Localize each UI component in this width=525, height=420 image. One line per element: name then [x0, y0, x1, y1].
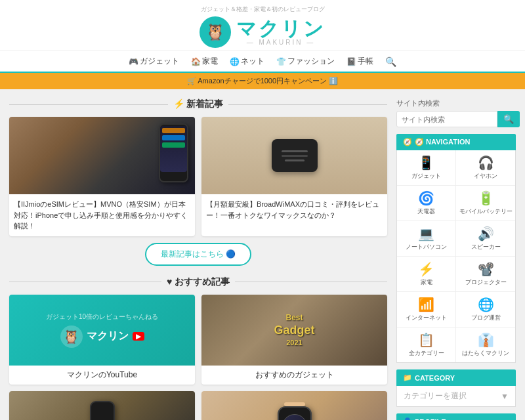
nav-search-icon[interactable]: 🔍	[385, 56, 396, 67]
new-articles-label: ⚡ 新着記事	[173, 98, 224, 110]
nav-grid-gadget[interactable]: 📱 ガジェット	[397, 150, 456, 186]
nav-grid-work[interactable]: 👔 はたらくマクリン	[456, 327, 515, 362]
nav-grid-earphone[interactable]: 🎧 イヤホン	[456, 150, 515, 186]
nav-grid-appliance[interactable]: 🌀 天電器	[397, 186, 456, 221]
nav-grid-speaker[interactable]: 🔊 スピーカー	[456, 221, 515, 257]
nav-fashion[interactable]: 👕ファッション	[276, 56, 335, 67]
nav-grid-internet[interactable]: 📶 インターネット	[397, 292, 456, 327]
article-title-1: 【IIJmioのeSIMレビュー】MVNO（格安SIM）が日本対応！iPhone…	[14, 199, 190, 232]
youtube-thumb: ガジェット10倍のレビューちゃんねる 🦉 マクリン ▶	[9, 295, 195, 366]
promo-banner[interactable]: 🛒 Amazonチャージで1000円キャンペーン ℹ️	[0, 73, 525, 89]
main-nav: 🎮ガジェット 🏠家電 🌐ネット 👕ファッション 📓手帳 🔍	[0, 51, 525, 73]
nav-notebook[interactable]: 📓手帳	[346, 56, 373, 67]
latest-btn-wrap: 最新記事はこちら 🔵	[9, 243, 387, 266]
site-header: ガジェット＆格差・家電＆初のレビューブログ 🦉 マクリン — MAKURIN —	[0, 0, 525, 51]
recommend-card-youtube[interactable]: ガジェット10倍のレビューちゃんねる 🦉 マクリン ▶ マクリンのYouTube	[9, 295, 195, 385]
nav-grid-allcat[interactable]: 📋 全カテゴリー	[397, 327, 456, 362]
logo-owl-icon: 🦉	[200, 16, 231, 48]
youtube-label: マクリンのYouTube	[9, 366, 195, 385]
sidebar-search-input[interactable]	[396, 111, 497, 127]
nav-appliance[interactable]: 🏠家電	[191, 56, 218, 67]
article-body-1: 【IIJmioのeSIMレビュー】MVNO（格安SIM）が日本対応！iPhone…	[9, 194, 195, 236]
recommend-card-gadget[interactable]: Best Gadget 2021 おすすめのガジェット	[201, 295, 387, 385]
category-dropdown[interactable]: カテゴリーを選択 ▼	[396, 386, 516, 407]
watch-thumb	[201, 391, 387, 421]
sidebar-search-label: サイト内検索	[396, 98, 516, 108]
recommend-grid: ガジェット10倍のレビューちゃんねる 🦉 マクリン ▶ マクリンのYouTube	[9, 295, 387, 421]
nav-net[interactable]: 🌐ネット	[230, 56, 264, 67]
dropdown-arrow-icon: ▼	[501, 392, 509, 401]
article-thumb-2	[201, 117, 387, 194]
nav-grid-projector[interactable]: 📽️ プロジェクター	[456, 257, 515, 292]
recommend-card-iphone[interactable]	[9, 391, 195, 421]
recommend-title: ♥ おすすめ記事	[9, 276, 387, 288]
recommend-card-watch[interactable]	[201, 391, 387, 421]
sidebar-navigation: 🧭🧭 NAVIGATION 📱 ガジェット 🎧 イヤホン 🌀 天電器 🔋	[396, 134, 516, 363]
logo-text-group: マクリン — MAKURIN —	[236, 19, 326, 46]
latest-articles-button[interactable]: 最新記事はこちら 🔵	[145, 243, 251, 266]
main-container: ⚡ 新着記事 【IIJmioのeSIMレビュー】MVNO	[0, 89, 525, 420]
sidebar: サイト内検索 🔍 🧭🧭 NAVIGATION 📱 ガジェット 🎧 イヤホン	[396, 98, 516, 420]
sidebar-search-form: 🔍	[396, 111, 516, 127]
nav-items-grid: 📱 ガジェット 🎧 イヤホン 🌀 天電器 🔋 モバイルバッテリー 💻	[396, 150, 516, 363]
new-articles-section: ⚡ 新着記事 【IIJmioのeSIMレビュー】MVNO	[9, 98, 387, 266]
nav-grid-blog[interactable]: 🌐 ブログ運営	[456, 292, 515, 327]
sidebar-cat-title: 📁CATEGORY	[396, 369, 516, 386]
article-thumb-1	[9, 117, 195, 194]
nav-gadget[interactable]: 🎮ガジェット	[129, 56, 179, 67]
sidebar-profile: 👤PROFILE 🧑‍💻 マクリン いや、俺なんてそんな、どこにでもいるただのマ…	[396, 413, 516, 420]
article-title-2: 【月額最安級】BroadWiMAXの口コミ・評判をレビュー！一番オトクなワイマッ…	[206, 199, 383, 220]
nav-grid-laptop[interactable]: 💻 ノートパソコン	[397, 221, 456, 257]
bestgadget-label: おすすめのガジェット	[201, 366, 387, 385]
latest-btn-label: 最新記事はこちら 🔵	[161, 249, 236, 260]
recommend-label: ♥ おすすめ記事	[167, 276, 230, 288]
sidebar-search-button[interactable]: 🔍	[497, 111, 520, 127]
sidebar-search-wrap: サイト内検索 🔍	[396, 98, 516, 127]
category-placeholder: カテゴリーを選択	[404, 390, 467, 402]
article-card-2[interactable]: 【月額最安級】BroadWiMAXの口コミ・評判をレビュー！一番オトクなワイマッ…	[201, 117, 387, 236]
article-body-2: 【月額最安級】BroadWiMAXの口コミ・評判をレビュー！一番オトクなワイマッ…	[201, 194, 387, 225]
article-card-1[interactable]: 【IIJmioのeSIMレビュー】MVNO（格安SIM）が日本対応！iPhone…	[9, 117, 195, 236]
recommend-section: ♥ おすすめ記事 ガジェット10倍のレビューちゃんねる 🦉 マクリン ▶	[9, 276, 387, 421]
sidebar-profile-title: 👤PROFILE	[396, 413, 516, 420]
site-tagline: ガジェット＆格差・家電＆初のレビューブログ	[0, 5, 525, 14]
bestgadget-thumb: Best Gadget 2021	[201, 295, 387, 366]
sidebar-category: 📁CATEGORY カテゴリーを選択 ▼	[396, 369, 516, 407]
new-articles-title: ⚡ 新着記事	[9, 98, 387, 110]
banner-text: 🛒 Amazonチャージで1000円キャンペーン ℹ️	[187, 77, 338, 85]
articles-grid: 【IIJmioのeSIMレビュー】MVNO（格安SIM）が日本対応！iPhone…	[9, 117, 387, 236]
content-area: ⚡ 新着記事 【IIJmioのeSIMレビュー】MVNO	[9, 98, 387, 420]
logo-name: マクリン	[236, 19, 326, 39]
site-logo: 🦉 マクリン — MAKURIN —	[0, 16, 525, 48]
nav-grid-battery[interactable]: 🔋 モバイルバッテリー	[456, 186, 515, 221]
sidebar-nav-title: 🧭🧭 NAVIGATION	[396, 134, 516, 150]
iphone-dark-thumb	[9, 391, 195, 421]
logo-sub: — MAKURIN —	[236, 39, 326, 46]
nav-grid-electric[interactable]: ⚡ 家電	[397, 257, 456, 292]
